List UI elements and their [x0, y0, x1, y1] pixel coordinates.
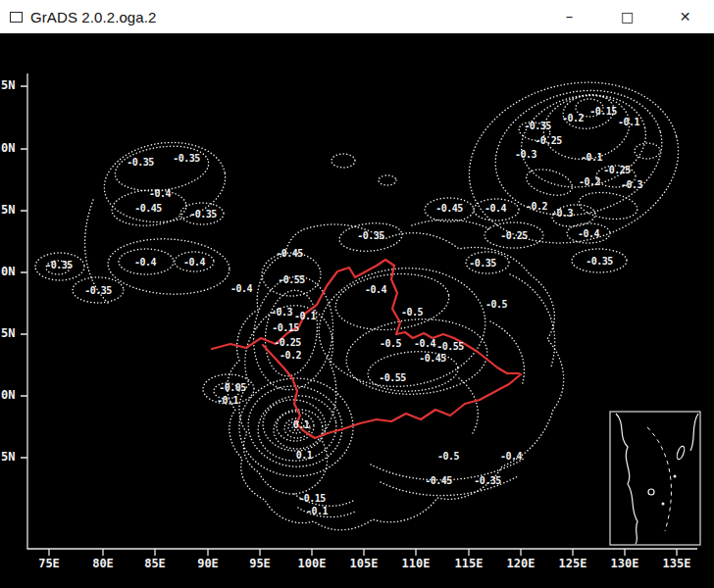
window-controls: – □ ✕ [540, 0, 714, 33]
app-icon [10, 12, 23, 23]
titlebar: GrADS 2.0.2.oga.2 – □ ✕ [0, 0, 714, 33]
minimize-button[interactable]: – [540, 0, 598, 33]
axes [21, 74, 697, 556]
river-lines [212, 260, 521, 438]
plot-area: 5N0N5N0N5N0N5N75E80E85E90E95E100E105E110… [0, 33, 714, 588]
inset-islet [674, 475, 677, 478]
inset-map [610, 412, 700, 545]
maximize-button[interactable]: □ [598, 0, 656, 33]
inset-border [610, 412, 700, 545]
x-axis-ticks [49, 549, 677, 556]
grads-window: GrADS 2.0.2.oga.2 – □ ✕ [0, 0, 714, 588]
inset-islet [662, 503, 665, 506]
contour-lines [35, 61, 695, 530]
y-axis-ticks [21, 86, 27, 458]
close-button[interactable]: ✕ [656, 0, 714, 33]
axis-frame [27, 74, 697, 549]
plot-svg [0, 33, 714, 588]
yangtze-river-line [263, 345, 521, 438]
window-title: GrADS 2.0.2.oga.2 [30, 9, 156, 25]
